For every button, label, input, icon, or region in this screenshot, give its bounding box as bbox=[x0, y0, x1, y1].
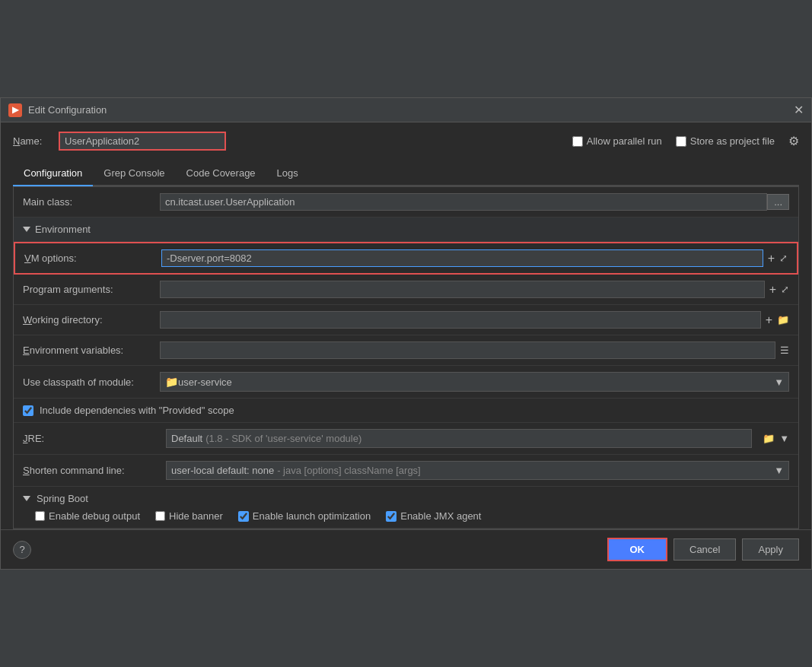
include-deps-checkbox[interactable] bbox=[23, 405, 33, 416]
gear-icon[interactable]: ⚙ bbox=[788, 134, 799, 148]
content-scroll: Main class: ... Environment VM options: … bbox=[14, 187, 798, 529]
main-class-row: Main class: ... bbox=[14, 187, 798, 218]
shorten-dropdown-icon[interactable]: ▼ bbox=[774, 465, 784, 476]
vm-options-label: VM options: bbox=[24, 253, 161, 264]
main-class-input[interactable] bbox=[160, 193, 767, 211]
program-args-label: Program arguments: bbox=[23, 284, 160, 295]
name-row-right: Allow parallel run Store as project file… bbox=[572, 134, 799, 148]
title-bar-left: ▶ Edit Configuration bbox=[8, 103, 107, 117]
enable-launch-checkbox[interactable] bbox=[238, 511, 249, 522]
program-args-add-icon[interactable]: + bbox=[769, 283, 776, 297]
name-label: Name: bbox=[13, 135, 51, 147]
enable-launch-option: Enable launch optimization bbox=[238, 510, 371, 522]
enable-jmx-option: Enable JMX agent bbox=[386, 510, 481, 522]
program-args-expand-icon[interactable]: ⤢ bbox=[781, 284, 789, 295]
apply-button[interactable]: Apply bbox=[742, 538, 799, 561]
environment-toggle[interactable] bbox=[23, 227, 30, 232]
footer-left: ? bbox=[13, 541, 31, 559]
working-dir-input[interactable] bbox=[160, 311, 761, 329]
title-bar: ▶ Edit Configuration ✕ bbox=[1, 98, 811, 122]
dialog-title: Edit Configuration bbox=[28, 104, 107, 116]
working-dir-add-icon[interactable]: + bbox=[766, 313, 772, 327]
enable-launch-label: Enable launch optimization bbox=[253, 510, 371, 522]
shorten-sub: - java [options] className [args] bbox=[277, 465, 421, 476]
vm-options-icons: + ⤢ bbox=[768, 252, 788, 265]
working-dir-label: Working directory: bbox=[23, 314, 160, 326]
env-vars-row: Environment variables: ☰ bbox=[14, 335, 798, 366]
shorten-cmdline-row: Shorten command line: user-local default… bbox=[14, 455, 798, 487]
program-args-input[interactable] bbox=[160, 281, 765, 298]
enable-jmx-label: Enable JMX agent bbox=[400, 510, 481, 522]
close-button[interactable]: ✕ bbox=[794, 103, 804, 117]
vm-options-row: VM options: + ⤢ bbox=[14, 242, 798, 275]
main-class-browse-button[interactable]: ... bbox=[767, 194, 789, 210]
spring-boot-toggle[interactable] bbox=[23, 496, 30, 501]
environment-label: Environment bbox=[35, 224, 91, 235]
classpath-module-label: Use classpath of module: bbox=[23, 376, 160, 388]
enable-debug-label: Enable debug output bbox=[49, 510, 140, 522]
main-class-label: Main class: bbox=[23, 196, 160, 208]
include-deps-row: Include dependencies with "Provided" sco… bbox=[14, 399, 798, 423]
jre-browse-icon[interactable]: 📁 bbox=[763, 433, 775, 444]
ok-button[interactable]: OK bbox=[607, 538, 668, 561]
store-as-project-file-row: Store as project file bbox=[676, 135, 775, 147]
jre-default-text: Default bbox=[171, 433, 202, 444]
shorten-value: user-local default: none bbox=[171, 465, 274, 476]
classpath-module-row: Use classpath of module: 📁 user-service … bbox=[14, 366, 798, 399]
name-row: Name: Allow parallel run Store as projec… bbox=[13, 132, 799, 151]
jre-dropdown-icon[interactable]: ▼ bbox=[779, 433, 789, 444]
spring-boot-label: Spring Boot bbox=[37, 493, 88, 504]
tab-code-coverage[interactable]: Code Coverage bbox=[176, 161, 266, 186]
shorten-cmdline-label: Shorten command line: bbox=[23, 465, 160, 476]
tab-logs[interactable]: Logs bbox=[266, 161, 309, 186]
include-deps-label: Include dependencies with "Provided" sco… bbox=[40, 405, 234, 416]
working-dir-browse-icon[interactable]: 📁 bbox=[777, 314, 789, 326]
cancel-button[interactable]: Cancel bbox=[673, 538, 736, 561]
enable-debug-checkbox[interactable] bbox=[35, 511, 45, 521]
jre-sub-text: (1.8 - SDK of 'user-service' module) bbox=[205, 433, 361, 444]
environment-section-header: Environment bbox=[14, 218, 798, 242]
edit-configuration-dialog: ▶ Edit Configuration ✕ Name: Allow paral… bbox=[0, 97, 812, 570]
vm-options-input[interactable] bbox=[161, 249, 763, 267]
env-vars-icons: ☰ bbox=[780, 345, 789, 356]
name-input[interactable] bbox=[59, 132, 226, 151]
module-select-wrapper: 📁 user-service ▼ bbox=[160, 372, 789, 392]
env-vars-label: Environment variables: bbox=[23, 345, 160, 356]
app-icon: ▶ bbox=[8, 103, 22, 117]
vm-options-add-icon[interactable]: + bbox=[768, 252, 775, 265]
tabs: Configuration Grep Console Code Coverage… bbox=[13, 161, 799, 186]
spring-boot-section: Spring Boot Enable debug output Hide ban… bbox=[14, 487, 798, 529]
hide-banner-label: Hide banner bbox=[169, 510, 223, 522]
hide-banner-option: Hide banner bbox=[155, 510, 223, 522]
vm-options-expand-icon[interactable]: ⤢ bbox=[779, 253, 788, 264]
footer: ? OK Cancel Apply bbox=[1, 529, 811, 569]
allow-parallel-run-row: Allow parallel run bbox=[572, 135, 662, 147]
allow-parallel-run-label: Allow parallel run bbox=[587, 135, 662, 147]
spring-boot-header: Spring Boot bbox=[23, 493, 789, 504]
module-dropdown-arrow[interactable]: ▼ bbox=[774, 376, 784, 388]
tab-grep-console[interactable]: Grep Console bbox=[93, 161, 175, 186]
module-folder-icon: 📁 bbox=[165, 376, 178, 388]
dialog-body: Name: Allow parallel run Store as projec… bbox=[1, 122, 811, 529]
env-vars-browse-icon[interactable]: ☰ bbox=[780, 345, 789, 356]
jre-label: JRE: bbox=[23, 433, 160, 444]
footer-right: OK Cancel Apply bbox=[607, 538, 800, 561]
help-button[interactable]: ? bbox=[13, 541, 31, 559]
jre-icons: 📁 ▼ bbox=[763, 433, 789, 444]
enable-debug-option: Enable debug output bbox=[35, 510, 140, 522]
spring-boot-options: Enable debug output Hide banner Enable l… bbox=[23, 510, 789, 522]
store-as-project-file-label: Store as project file bbox=[690, 135, 775, 147]
working-dir-row: Working directory: + 📁 bbox=[14, 305, 798, 335]
working-dir-icons: + 📁 bbox=[766, 313, 789, 327]
enable-jmx-checkbox[interactable] bbox=[386, 511, 396, 522]
jre-row: JRE: Default (1.8 - SDK of 'user-service… bbox=[14, 423, 798, 455]
allow-parallel-run-checkbox[interactable] bbox=[572, 136, 583, 147]
env-vars-input[interactable] bbox=[160, 341, 775, 359]
store-as-project-file-checkbox[interactable] bbox=[676, 136, 686, 147]
content-area: Main class: ... Environment VM options: … bbox=[13, 186, 799, 529]
program-args-row: Program arguments: + ⤢ bbox=[14, 275, 798, 305]
program-args-icons: + ⤢ bbox=[769, 283, 789, 297]
module-name: user-service bbox=[178, 376, 774, 388]
tab-configuration[interactable]: Configuration bbox=[13, 161, 93, 186]
hide-banner-checkbox[interactable] bbox=[155, 511, 165, 521]
